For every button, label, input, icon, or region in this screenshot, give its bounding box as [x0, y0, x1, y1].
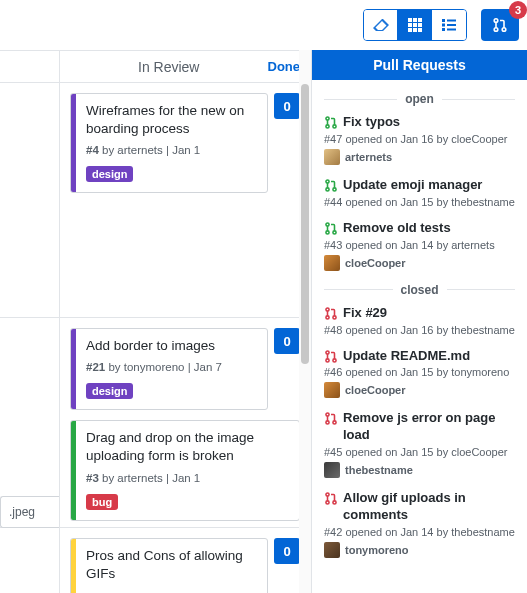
assignee-name: tonymoreno	[345, 544, 409, 556]
pr-item[interactable]: Fix typos#47 opened on Jan 16 by cloeCoo…	[324, 114, 515, 165]
pr-meta: #44 opened on Jan 15 by thebestname	[324, 196, 515, 208]
card-count-badge[interactable]: 0	[274, 328, 300, 354]
svg-rect-0	[408, 18, 412, 22]
pr-item[interactable]: Update emoji manager#44 opened on Jan 15…	[324, 177, 515, 208]
pr-meta: #48 opened on Jan 16 by thebestname	[324, 324, 515, 336]
issue-card[interactable]: Add border to images #21 by tonymoreno |…	[70, 328, 268, 410]
pr-title: Allow gif uploads in comments	[343, 490, 515, 524]
pr-item[interactable]: Allow gif uploads in comments#42 opened …	[324, 490, 515, 558]
pr-meta: #42 opened on Jan 14 by thebestname	[324, 526, 515, 538]
svg-point-34	[326, 421, 329, 424]
pr-assignee: cloeCooper	[324, 255, 515, 271]
svg-rect-10	[447, 20, 456, 22]
pr-title: Remove js error on page load	[343, 410, 515, 444]
git-pull-request-icon	[492, 17, 508, 33]
svg-point-37	[326, 501, 329, 504]
pr-item[interactable]: Remove js error on page load#45 opened o…	[324, 410, 515, 478]
svg-point-22	[326, 188, 329, 191]
pr-meta: #47 opened on Jan 16 by cloeCooper	[324, 133, 515, 145]
column-body: Wireframes for the new on boarding proce…	[60, 83, 310, 593]
svg-rect-11	[442, 24, 445, 27]
svg-point-23	[333, 188, 336, 191]
view-switcher	[363, 9, 467, 41]
svg-rect-14	[447, 29, 456, 31]
label-design: design	[86, 166, 133, 182]
pr-title: Remove old tests	[343, 220, 451, 237]
svg-point-16	[494, 28, 498, 32]
svg-point-30	[326, 351, 329, 354]
avatar	[324, 462, 340, 478]
svg-point-15	[494, 19, 498, 23]
svg-point-19	[326, 125, 329, 128]
git-pull-request-icon	[324, 306, 338, 321]
eraser-icon	[373, 19, 389, 31]
eraser-button[interactable]	[364, 10, 398, 40]
issue-card[interactable]: Wireframes for the new on boarding proce…	[70, 93, 268, 193]
card-title: Add border to images	[86, 337, 257, 355]
pr-section-closed: closed	[324, 283, 515, 297]
svg-point-24	[326, 223, 329, 226]
pr-meta: #46 opened on Jan 15 by tonymoreno	[324, 366, 515, 378]
pr-item[interactable]: Update README.md#46 opened on Jan 15 by …	[324, 348, 515, 399]
grid-view-button[interactable]	[398, 10, 432, 40]
pr-item[interactable]: Fix #29#48 opened on Jan 16 by thebestna…	[324, 305, 515, 336]
pr-meta: #45 opened on Jan 15 by cloeCooper	[324, 446, 515, 458]
svg-point-32	[333, 358, 336, 361]
pr-assignee: arternets	[324, 149, 515, 165]
pull-requests-panel: Pull Requests openFix typos#47 opened on…	[311, 50, 527, 593]
pr-assignee: tonymoreno	[324, 542, 515, 558]
pr-assignee: cloeCooper	[324, 382, 515, 398]
issue-card[interactable]: Drag and drop on the image uploading for…	[70, 420, 300, 520]
pull-requests-button[interactable]: 3	[481, 9, 519, 41]
assignee-name: cloeCooper	[345, 257, 406, 269]
svg-rect-13	[442, 28, 445, 31]
list-view-button[interactable]	[432, 10, 466, 40]
card-title: Wireframes for the new on boarding proce…	[86, 102, 257, 138]
svg-point-26	[333, 231, 336, 234]
pr-assignee: thebestname	[324, 462, 515, 478]
assignee-name: arternets	[345, 151, 392, 163]
pr-panel-body[interactable]: openFix typos#47 opened on Jan 16 by clo…	[312, 80, 527, 593]
pr-title: Update README.md	[343, 348, 470, 365]
pr-item[interactable]: Remove old tests#43 opened on Jan 14 by …	[324, 220, 515, 271]
list-icon	[442, 18, 456, 32]
issue-card[interactable]: Pros and Cons of allowing GIFs	[70, 538, 268, 593]
card-meta: #3 by arternets | Jan 1	[86, 472, 289, 484]
svg-rect-2	[418, 18, 422, 22]
board-scrollbar[interactable]	[299, 50, 311, 593]
pr-title: Fix #29	[343, 305, 387, 322]
git-pull-request-icon	[324, 221, 338, 236]
grid-icon	[408, 18, 422, 32]
svg-rect-5	[418, 23, 422, 27]
svg-rect-8	[418, 28, 422, 32]
svg-point-33	[326, 413, 329, 416]
git-pull-request-icon	[324, 115, 338, 130]
card-meta: #4 by arternets | Jan 1	[86, 144, 257, 156]
pr-title: Fix typos	[343, 114, 400, 131]
column-header: In Review Done	[60, 51, 310, 83]
avatar	[324, 255, 340, 271]
card-count-badge[interactable]: 0	[274, 538, 300, 564]
label-design: design	[86, 383, 133, 399]
assignee-name: thebestname	[345, 464, 413, 476]
git-pull-request-icon	[324, 349, 338, 364]
svg-point-31	[326, 358, 329, 361]
svg-point-27	[326, 308, 329, 311]
column-header	[0, 51, 59, 83]
git-pull-request-icon	[324, 411, 338, 426]
done-button[interactable]: Done	[268, 59, 301, 74]
scrollbar-thumb[interactable]	[301, 84, 309, 364]
kanban-board: .jpeg In Review Done Wireframes for the …	[0, 50, 311, 593]
column-title: In Review	[70, 59, 268, 75]
card-partial[interactable]: .jpeg	[0, 496, 59, 528]
svg-point-29	[333, 316, 336, 319]
svg-point-28	[326, 316, 329, 319]
svg-point-18	[326, 117, 329, 120]
pr-title: Update emoji manager	[343, 177, 482, 194]
assignee-name: cloeCooper	[345, 384, 406, 396]
column-in-review: In Review Done Wireframes for the new on…	[60, 51, 311, 593]
card-count-badge[interactable]: 0	[274, 93, 300, 119]
svg-point-25	[326, 231, 329, 234]
card-meta: #21 by tonymoreno | Jan 7	[86, 361, 257, 373]
svg-rect-12	[447, 24, 456, 26]
